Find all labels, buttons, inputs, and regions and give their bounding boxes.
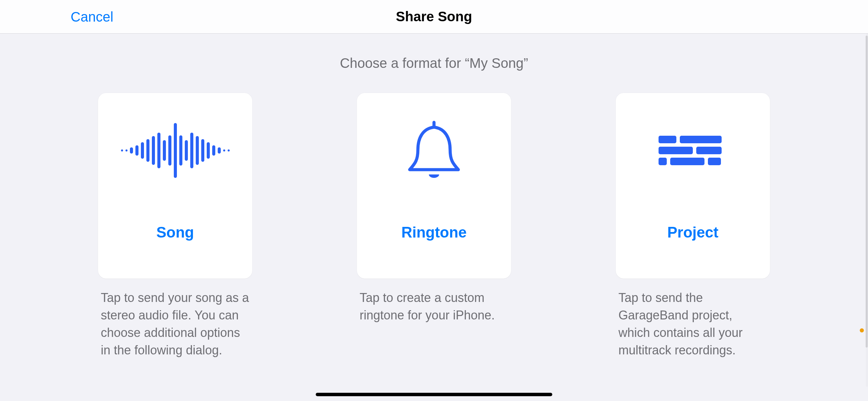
home-indicator[interactable] bbox=[316, 393, 552, 396]
navigation-bar: Cancel Share Song bbox=[0, 0, 868, 34]
multitrack-icon bbox=[616, 93, 770, 208]
format-options: Song Tap to send your song as a stereo a… bbox=[0, 93, 868, 359]
song-description: Tap to send your song as a stereo audio … bbox=[98, 289, 252, 359]
project-description: Tap to send the GarageBand project, whic… bbox=[616, 289, 770, 359]
page-title: Share Song bbox=[396, 9, 472, 24]
subheading: Choose a format for “My Song” bbox=[0, 56, 868, 71]
scrollbar-thumb[interactable] bbox=[866, 36, 868, 348]
option-project: Project Tap to send the GarageBand proje… bbox=[616, 93, 770, 359]
bell-icon bbox=[357, 93, 511, 208]
ringtone-card[interactable]: Ringtone bbox=[357, 93, 511, 279]
option-song: Song Tap to send your song as a stereo a… bbox=[98, 93, 252, 359]
ringtone-description: Tap to create a custom ringtone for your… bbox=[357, 289, 511, 324]
song-card[interactable]: Song bbox=[98, 93, 252, 279]
option-ringtone: Ringtone Tap to create a custom ringtone… bbox=[357, 93, 511, 359]
ringtone-card-label: Ringtone bbox=[401, 224, 467, 241]
waveform-icon bbox=[98, 93, 252, 208]
project-card[interactable]: Project bbox=[616, 93, 770, 279]
cancel-button[interactable]: Cancel bbox=[71, 9, 113, 24]
song-card-label: Song bbox=[156, 224, 194, 241]
project-card-label: Project bbox=[667, 224, 718, 241]
side-indicator-dot bbox=[860, 328, 864, 332]
